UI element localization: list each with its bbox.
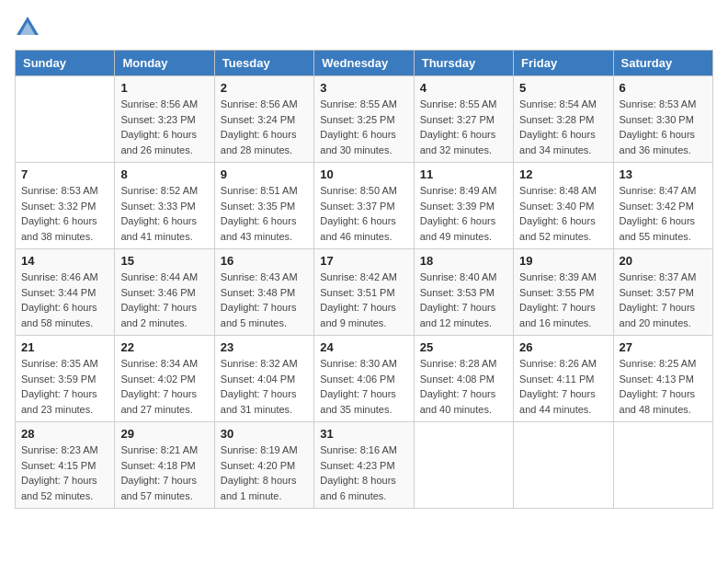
day-detail: Sunrise: 8:53 AM Sunset: 3:30 PM Dayligh… [620,97,707,157]
logo [15,15,44,40]
day-detail: Sunrise: 8:35 AM Sunset: 3:59 PM Dayligh… [21,356,108,417]
day-detail: Sunrise: 8:47 AM Sunset: 3:42 PM Dayligh… [620,183,707,244]
day-detail: Sunrise: 8:46 AM Sunset: 3:44 PM Dayligh… [21,270,108,330]
day-detail: Sunrise: 8:55 AM Sunset: 3:27 PM Dayligh… [420,97,507,157]
day-number: 18 [420,254,507,268]
day-number: 5 [519,81,607,95]
day-number: 25 [420,340,507,354]
calendar-cell: 28Sunrise: 8:23 AM Sunset: 4:15 PM Dayli… [16,422,115,509]
calendar-cell: 8Sunrise: 8:52 AM Sunset: 3:33 PM Daylig… [115,163,214,249]
calendar-cell: 26Sunrise: 8:26 AM Sunset: 4:11 PM Dayli… [514,336,613,422]
day-number: 7 [21,167,108,181]
day-number: 9 [221,167,308,181]
day-number: 28 [21,427,108,441]
day-detail: Sunrise: 8:56 AM Sunset: 3:24 PM Dayligh… [221,97,308,157]
calendar-cell: 13Sunrise: 8:47 AM Sunset: 3:42 PM Dayli… [613,163,712,249]
calendar-cell: 31Sunrise: 8:16 AM Sunset: 4:23 PM Dayli… [314,422,414,509]
calendar-cell: 16Sunrise: 8:43 AM Sunset: 3:48 PM Dayli… [214,249,313,336]
calendar-cell: 11Sunrise: 8:49 AM Sunset: 3:39 PM Dayli… [414,163,513,249]
calendar-cell: 30Sunrise: 8:19 AM Sunset: 4:20 PM Dayli… [214,422,313,509]
week-row-5: 28Sunrise: 8:23 AM Sunset: 4:15 PM Dayli… [16,422,713,509]
calendar-cell: 4Sunrise: 8:55 AM Sunset: 3:27 PM Daylig… [414,76,513,163]
calendar-cell: 15Sunrise: 8:44 AM Sunset: 3:46 PM Dayli… [115,249,214,336]
day-number: 8 [120,167,208,181]
day-detail: Sunrise: 8:56 AM Sunset: 3:23 PM Dayligh… [120,97,208,157]
week-row-1: 1Sunrise: 8:56 AM Sunset: 3:23 PM Daylig… [16,76,713,163]
day-number: 10 [320,167,407,181]
calendar-cell: 9Sunrise: 8:51 AM Sunset: 3:35 PM Daylig… [214,163,313,249]
day-number: 13 [620,167,707,181]
day-detail: Sunrise: 8:16 AM Sunset: 4:23 PM Dayligh… [320,442,407,503]
header-day-saturday: Saturday [613,51,712,76]
day-number: 14 [21,254,108,268]
header-day-friday: Friday [514,51,613,76]
day-detail: Sunrise: 8:43 AM Sunset: 3:48 PM Dayligh… [221,270,308,330]
day-number: 23 [221,340,308,354]
day-number: 12 [519,167,607,181]
day-number: 2 [221,81,308,95]
day-detail: Sunrise: 8:37 AM Sunset: 3:57 PM Dayligh… [620,270,707,330]
header-day-thursday: Thursday [414,51,513,76]
day-detail: Sunrise: 8:34 AM Sunset: 4:02 PM Dayligh… [120,356,208,417]
calendar-cell: 12Sunrise: 8:48 AM Sunset: 3:40 PM Dayli… [514,163,613,249]
calendar-cell: 24Sunrise: 8:30 AM Sunset: 4:06 PM Dayli… [314,336,414,422]
calendar-cell: 3Sunrise: 8:55 AM Sunset: 3:25 PM Daylig… [314,76,414,163]
day-number: 4 [420,81,507,95]
day-detail: Sunrise: 8:42 AM Sunset: 3:51 PM Dayligh… [320,270,407,330]
calendar-cell: 22Sunrise: 8:34 AM Sunset: 4:02 PM Dayli… [115,336,214,422]
day-number: 19 [519,254,607,268]
day-number: 1 [120,81,208,95]
day-detail: Sunrise: 8:30 AM Sunset: 4:06 PM Dayligh… [320,356,407,417]
header-day-monday: Monday [115,51,214,76]
calendar-cell: 27Sunrise: 8:25 AM Sunset: 4:13 PM Dayli… [613,336,712,422]
calendar-cell: 2Sunrise: 8:56 AM Sunset: 3:24 PM Daylig… [214,76,313,163]
day-detail: Sunrise: 8:48 AM Sunset: 3:40 PM Dayligh… [519,183,607,244]
calendar-cell [613,422,712,509]
day-detail: Sunrise: 8:49 AM Sunset: 3:39 PM Dayligh… [420,183,507,244]
day-detail: Sunrise: 8:51 AM Sunset: 3:35 PM Dayligh… [221,183,308,244]
calendar-header-row: SundayMondayTuesdayWednesdayThursdayFrid… [16,51,713,76]
calendar-cell: 14Sunrise: 8:46 AM Sunset: 3:44 PM Dayli… [16,249,115,336]
calendar-cell: 19Sunrise: 8:39 AM Sunset: 3:55 PM Dayli… [514,249,613,336]
calendar-cell: 23Sunrise: 8:32 AM Sunset: 4:04 PM Dayli… [214,336,313,422]
calendar-cell: 17Sunrise: 8:42 AM Sunset: 3:51 PM Dayli… [314,249,414,336]
calendar-table: SundayMondayTuesdayWednesdayThursdayFrid… [15,50,713,509]
logo-icon [15,15,40,40]
day-number: 20 [620,254,707,268]
day-detail: Sunrise: 8:19 AM Sunset: 4:20 PM Dayligh… [221,442,308,503]
day-detail: Sunrise: 8:25 AM Sunset: 4:13 PM Dayligh… [620,356,707,417]
calendar-cell: 1Sunrise: 8:56 AM Sunset: 3:23 PM Daylig… [115,76,214,163]
calendar-cell: 10Sunrise: 8:50 AM Sunset: 3:37 PM Dayli… [314,163,414,249]
calendar-cell [16,76,115,163]
day-detail: Sunrise: 8:21 AM Sunset: 4:18 PM Dayligh… [120,442,208,503]
calendar-cell [414,422,513,509]
header-day-wednesday: Wednesday [314,51,414,76]
calendar-cell: 6Sunrise: 8:53 AM Sunset: 3:30 PM Daylig… [613,76,712,163]
week-row-4: 21Sunrise: 8:35 AM Sunset: 3:59 PM Dayli… [16,336,713,422]
day-number: 26 [519,340,607,354]
calendar-cell: 21Sunrise: 8:35 AM Sunset: 3:59 PM Dayli… [16,336,115,422]
day-detail: Sunrise: 8:52 AM Sunset: 3:33 PM Dayligh… [120,183,208,244]
day-number: 24 [320,340,407,354]
day-number: 29 [120,427,208,441]
day-number: 15 [120,254,208,268]
day-number: 22 [120,340,208,354]
calendar-cell: 25Sunrise: 8:28 AM Sunset: 4:08 PM Dayli… [414,336,513,422]
day-detail: Sunrise: 8:53 AM Sunset: 3:32 PM Dayligh… [21,183,108,244]
calendar-cell: 7Sunrise: 8:53 AM Sunset: 3:32 PM Daylig… [16,163,115,249]
day-number: 6 [620,81,707,95]
day-number: 21 [21,340,108,354]
day-number: 11 [420,167,507,181]
week-row-2: 7Sunrise: 8:53 AM Sunset: 3:32 PM Daylig… [16,163,713,249]
day-detail: Sunrise: 8:32 AM Sunset: 4:04 PM Dayligh… [221,356,308,417]
week-row-3: 14Sunrise: 8:46 AM Sunset: 3:44 PM Dayli… [16,249,713,336]
day-detail: Sunrise: 8:55 AM Sunset: 3:25 PM Dayligh… [320,97,407,157]
day-number: 16 [221,254,308,268]
day-detail: Sunrise: 8:39 AM Sunset: 3:55 PM Dayligh… [519,270,607,330]
day-detail: Sunrise: 8:44 AM Sunset: 3:46 PM Dayligh… [120,270,208,330]
header-day-tuesday: Tuesday [214,51,313,76]
day-detail: Sunrise: 8:54 AM Sunset: 3:28 PM Dayligh… [519,97,607,157]
day-number: 30 [221,427,308,441]
day-detail: Sunrise: 8:23 AM Sunset: 4:15 PM Dayligh… [21,442,108,503]
calendar-cell: 20Sunrise: 8:37 AM Sunset: 3:57 PM Dayli… [613,249,712,336]
